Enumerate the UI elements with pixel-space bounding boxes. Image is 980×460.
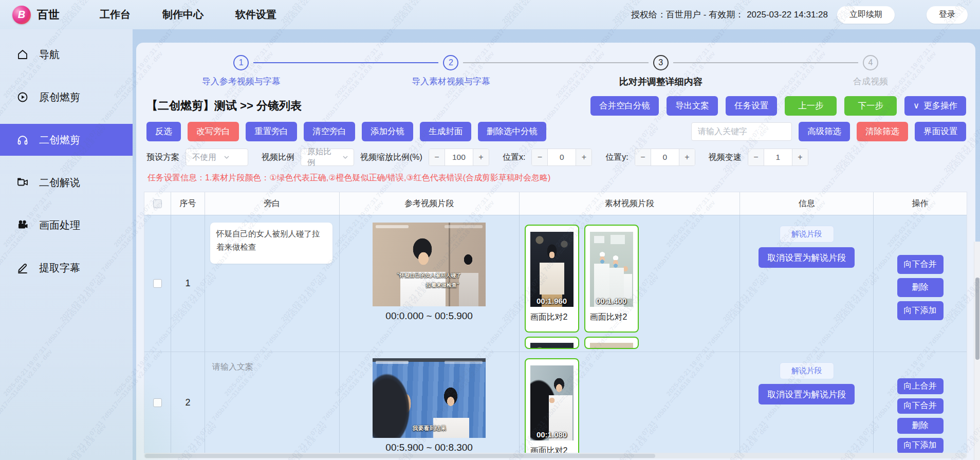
clear-narration-button[interactable]: 清空旁白 [304, 122, 355, 141]
narration-clip-badge[interactable]: 解说片段 [780, 226, 834, 243]
film-camera-icon [16, 219, 29, 231]
position-y-label: 位置y: [605, 152, 628, 163]
step-1-number: 1 [233, 55, 249, 70]
delete-row-button[interactable]: 删除 [897, 278, 944, 297]
scale-decrease-button[interactable]: − [429, 149, 445, 165]
reference-time-range: 00:5.900 ~ 00:8.300 [385, 442, 473, 453]
add-below-button[interactable]: 向下添加 [897, 438, 944, 454]
home-icon [16, 48, 29, 61]
material-clip-card[interactable]: 00:1.080 画面比对2 [525, 358, 579, 453]
ratio-select[interactable]: 原始比例 [301, 149, 354, 166]
material-clip-card-partial[interactable] [584, 337, 639, 349]
play-circle-icon [16, 91, 29, 103]
step-1-label: 导入参考视频与字幕 [202, 76, 281, 87]
step-1: 1 导入参考视频与字幕 [136, 49, 346, 88]
row-checkbox[interactable] [153, 398, 162, 407]
position-y-stepper: − 0 + [635, 149, 695, 166]
topbar-right: 授权给：百世用户 - 有效期：2025-03-22 14:31:28 立即续期 … [631, 6, 968, 24]
merge-up-button[interactable]: 向上合并 [897, 378, 944, 394]
sidebar-item-original-cut[interactable]: 原创燃剪 [0, 81, 133, 113]
vertical-scrollbar-thumb[interactable] [975, 278, 979, 360]
login-button[interactable]: 登录 [927, 6, 968, 24]
merge-down-button[interactable]: 向下合并 [897, 398, 944, 414]
cancel-narration-clip-button[interactable]: 取消设置为解说片段 [759, 247, 855, 268]
video-overlay-mark [445, 361, 483, 364]
merge-blank-shots-button[interactable]: 合并空白分镜 [590, 96, 659, 116]
task-settings-notice: 任务设置信息：1.素材片段颜色：①绿色代表正确,②橙色疑似正确/错误,③红色代表… [136, 166, 975, 183]
vertical-scrollbar[interactable] [974, 242, 980, 460]
posy-increase-button[interactable]: + [679, 149, 695, 165]
cancel-narration-clip-button[interactable]: 取消设置为解说片段 [759, 384, 855, 404]
generate-cover-button[interactable]: 生成封面 [420, 122, 471, 141]
sidebar-item-frame-processing[interactable]: 画面处理 [0, 209, 133, 241]
export-copy-button[interactable]: 导出文案 [667, 96, 718, 116]
reference-video-thumbnail[interactable]: "怀疑自己的女人被别人碰了 拉着来做检查" [373, 223, 486, 306]
delete-selected-shots-button[interactable]: 删除选中分镜 [478, 122, 546, 141]
narration-clip-badge[interactable]: 解说片段 [780, 362, 834, 379]
nav-software-settings[interactable]: 软件设置 [235, 8, 276, 22]
keyword-search-input[interactable] [691, 122, 792, 141]
posx-increase-button[interactable]: + [576, 149, 591, 165]
sidebar-item-recreation-narration[interactable]: 二创解说 [0, 167, 133, 198]
top-nav: 工作台 制作中心 软件设置 [100, 8, 276, 22]
material-clip-card-partial[interactable] [525, 337, 579, 349]
narration-input[interactable] [210, 359, 332, 400]
app-window: 2025-03-21 19:07:31 7d5b17==314518 v2.0.… [0, 0, 980, 460]
invert-selection-button[interactable]: 反选 [146, 122, 181, 141]
preset-select[interactable]: 不使用 [186, 149, 248, 166]
sidebar-item-navigation[interactable]: 导航 [0, 39, 133, 70]
sidebar-item-extract-subtitles[interactable]: 提取字幕 [0, 252, 133, 284]
logo-letter: B [18, 9, 25, 21]
speed-value[interactable]: 1 [764, 149, 792, 165]
add-shot-button[interactable]: 添加分镜 [362, 122, 413, 141]
posy-decrease-button[interactable]: − [635, 149, 651, 165]
speed-increase-button[interactable]: + [792, 149, 808, 165]
ui-settings-button[interactable]: 界面设置 [915, 122, 966, 141]
next-step-button[interactable]: 下一步 [844, 96, 897, 116]
ratio-label: 视频比例 [262, 152, 294, 163]
clear-filter-button[interactable]: 清除筛选 [857, 122, 908, 141]
material-thumbnail: 00:1.400 [590, 232, 633, 307]
reset-narration-button[interactable]: 重置旁白 [246, 122, 297, 141]
renew-button[interactable]: 立即续期 [837, 6, 895, 24]
rewrite-narration-button[interactable]: 改写旁白 [188, 122, 239, 141]
headphones-icon [16, 134, 29, 146]
step-2-label: 导入素材视频与字幕 [412, 76, 490, 87]
scale-value[interactable]: 100 [445, 149, 473, 165]
narration-input[interactable]: 怀疑自己的女人被别人碰了拉着来做检查 [210, 223, 332, 264]
video-overlay-mark [376, 361, 409, 364]
scale-label: 视频缩放比例(%) [360, 152, 422, 163]
pen-icon [16, 262, 29, 274]
nav-workbench[interactable]: 工作台 [100, 8, 131, 22]
speed-decrease-button[interactable]: − [748, 149, 764, 165]
sidebar-item-label: 二创燃剪 [39, 133, 80, 147]
select-all-checkbox[interactable] [153, 199, 162, 208]
more-actions-button[interactable]: ∨更多操作 [904, 96, 966, 116]
title-actions: 合并空白分镜 导出文案 任务设置 上一步 下一步 ∨更多操作 [590, 96, 966, 116]
page-title: 【二创燃剪】测试 >> 分镜列表 [146, 98, 302, 114]
material-clip-card[interactable]: 00:1.960 画面比对2 [525, 225, 579, 333]
task-settings-button[interactable]: 任务设置 [726, 96, 777, 116]
preset-label: 预设方案 [146, 152, 179, 163]
sidebar-item-recreation-cut[interactable]: 二创燃剪 [0, 124, 133, 156]
posy-value[interactable]: 0 [651, 149, 679, 165]
clip-duration: 00:1.960 [530, 297, 574, 305]
row-checkbox[interactable] [153, 279, 162, 288]
header-narration: 旁白 [205, 192, 340, 215]
scale-increase-button[interactable]: + [473, 149, 489, 165]
add-below-button[interactable]: 向下添加 [897, 301, 944, 320]
row-index: 1 [185, 278, 190, 289]
posx-decrease-button[interactable]: − [532, 149, 547, 165]
horizontal-scrollbar-thumb[interactable] [145, 454, 655, 458]
advanced-filter-button[interactable]: 高级筛选 [799, 122, 850, 141]
reference-video-thumbnail[interactable]: 我要看到结果 [373, 358, 486, 438]
material-clip-card[interactable]: 00:1.400 画面比对2 [584, 225, 639, 333]
merge-down-button[interactable]: 向下合并 [897, 255, 944, 274]
clip-source-label: 画面比对2 [530, 446, 574, 453]
video-camera-icon [16, 176, 29, 189]
posx-value[interactable]: 0 [547, 149, 576, 165]
horizontal-scrollbar[interactable] [144, 453, 967, 458]
prev-step-button[interactable]: 上一步 [785, 96, 837, 116]
nav-production-center[interactable]: 制作中心 [162, 8, 204, 22]
delete-row-button[interactable]: 删除 [897, 418, 944, 434]
